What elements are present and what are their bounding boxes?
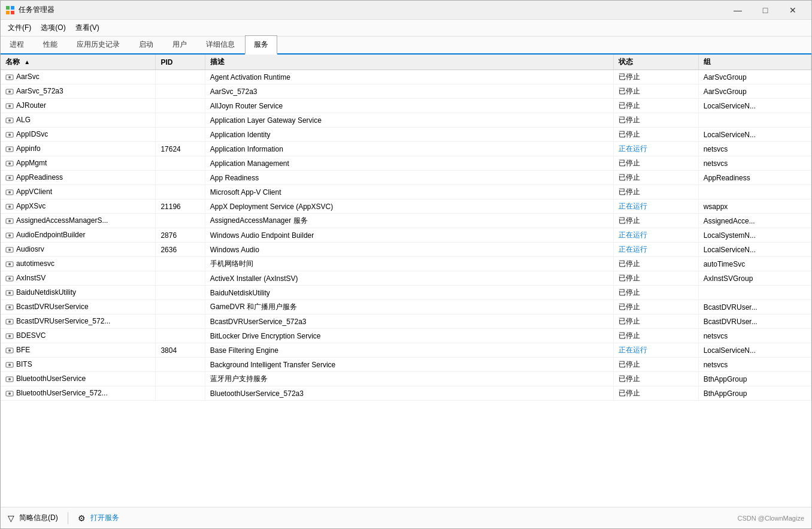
tab-users[interactable]: 用户 <box>163 35 196 53</box>
collapse-info[interactable]: ▽ 简略信息(D) <box>8 513 58 523</box>
open-service[interactable]: ⚙ 打开服务 <box>78 513 119 523</box>
cell-pid <box>156 300 205 315</box>
table-row[interactable]: ALG Application Layer Gateway Service 已停… <box>1 113 811 128</box>
cell-pid <box>156 214 205 228</box>
cell-pid <box>156 286 205 300</box>
cell-desc: BluetoothUserService_572a3 <box>205 386 614 401</box>
cell-desc: AssignedAccessManager 服务 <box>205 214 614 228</box>
cell-pid: 21196 <box>156 199 205 214</box>
cell-name: AxInstSV <box>1 271 156 286</box>
cell-group <box>698 113 811 128</box>
cell-group: autoTimeSvc <box>698 257 811 271</box>
service-icon <box>5 131 14 139</box>
close-button[interactable]: ✕ <box>779 1 807 20</box>
col-header-pid[interactable]: PID <box>156 55 205 70</box>
cell-name: AppVClient <box>1 185 156 199</box>
menu-options[interactable]: 选项(O) <box>36 20 70 35</box>
cell-pid <box>156 84 205 99</box>
table-row[interactable]: BITS Background Intelligent Transfer Ser… <box>1 358 811 372</box>
col-header-desc[interactable]: 描述 <box>205 55 614 70</box>
cell-name: BDESVC <box>1 329 156 343</box>
cell-name: AarSvc_572a3 <box>1 84 156 99</box>
cell-name: AarSvc <box>1 70 156 84</box>
service-icon <box>5 260 14 268</box>
svg-rect-1 <box>11 6 14 10</box>
cell-group: LocalServiceN... <box>698 99 811 113</box>
table-row[interactable]: Audiosrv 2636 Windows Audio 正在运行 LocalSe… <box>1 243 811 257</box>
table-row[interactable]: AppIDSvc Application Identity 已停止 LocalS… <box>1 128 811 142</box>
cell-status: 已停止 <box>614 271 698 286</box>
table-row[interactable]: AppVClient Microsoft App-V Client 已停止 <box>1 185 811 199</box>
maximize-button[interactable]: □ <box>752 1 779 20</box>
tab-details[interactable]: 详细信息 <box>197 35 244 53</box>
service-icon <box>5 246 14 254</box>
col-header-status[interactable]: 状态 <box>614 55 698 70</box>
table-row[interactable]: BluetoothUserService_572... BluetoothUse… <box>1 386 811 401</box>
menu-view[interactable]: 查看(V) <box>71 20 104 35</box>
table-row[interactable]: BDESVC BitLocker Drive Encryption Servic… <box>1 329 811 343</box>
table-row[interactable]: AarSvc_572a3 AarSvc_572a3 已停止 AarSvcGrou… <box>1 84 811 99</box>
service-icon <box>5 289 14 297</box>
menu-file[interactable]: 文件(F) <box>3 20 36 35</box>
table-row[interactable]: AssignedAccessManagerS... AssignedAccess… <box>1 214 811 228</box>
table-row[interactable]: BcastDVRUserService GameDVR 和广播用户服务 已停止 … <box>1 300 811 315</box>
cell-status: 已停止 <box>614 99 698 113</box>
col-header-group[interactable]: 组 <box>698 55 811 70</box>
cell-pid <box>156 372 205 386</box>
cell-desc: AppX Deployment Service (AppXSVC) <box>205 199 614 214</box>
table-row[interactable]: AarSvc Agent Activation Runtime 已停止 AarS… <box>1 70 811 84</box>
tab-app-history[interactable]: 应用历史记录 <box>68 35 129 53</box>
cell-group: AxInstSVGroup <box>698 271 811 286</box>
cell-group: netsvcs <box>698 156 811 171</box>
service-icon <box>5 361 14 369</box>
table-row[interactable]: BaiduNetdiskUtility BaiduNetdiskUtility … <box>1 286 811 300</box>
table-row[interactable]: AxInstSV ActiveX Installer (AxInstSV) 已停… <box>1 271 811 286</box>
open-service-label[interactable]: 打开服务 <box>90 513 119 523</box>
cell-group <box>698 185 811 199</box>
cell-pid <box>156 358 205 372</box>
table-row[interactable]: BcastDVRUserService_572... BcastDVRUserS… <box>1 315 811 329</box>
cell-name: Audiosrv <box>1 243 156 257</box>
cell-status: 已停止 <box>614 315 698 329</box>
cell-status: 正在运行 <box>614 228 698 243</box>
tab-services[interactable]: 服务 <box>245 35 277 55</box>
service-icon <box>5 159 14 168</box>
tab-startup[interactable]: 启动 <box>130 35 162 53</box>
svg-point-11 <box>8 119 11 122</box>
table-row[interactable]: BFE 3804 Base Filtering Engine 正在运行 Loca… <box>1 343 811 358</box>
window-controls: — □ ✕ <box>724 1 807 20</box>
svg-point-7 <box>8 90 11 93</box>
cell-group <box>698 286 811 300</box>
collapse-label[interactable]: 简略信息(D) <box>19 513 58 523</box>
service-icon <box>5 332 14 340</box>
cell-pid: 3804 <box>156 343 205 358</box>
services-table-container[interactable]: 名称 ▲ PID 描述 状态 组 AarSvc <box>1 55 811 507</box>
footer: ▽ 简略信息(D) ⚙ 打开服务 CSDN @ClownMagize <box>1 507 811 528</box>
table-row[interactable]: AppReadiness App Readiness 已停止 AppReadin… <box>1 171 811 185</box>
table-row[interactable]: autotimesvc 手机网络时间 已停止 autoTimeSvc <box>1 257 811 271</box>
cell-status: 已停止 <box>614 70 698 84</box>
cell-group: AppReadiness <box>698 171 811 185</box>
svg-point-17 <box>8 162 11 165</box>
service-icon <box>5 145 14 153</box>
table-row[interactable]: BluetoothUserService 蓝牙用户支持服务 已停止 BthApp… <box>1 372 811 386</box>
svg-point-25 <box>8 220 11 222</box>
cell-group: LocalServiceN... <box>698 128 811 142</box>
minimize-button[interactable]: — <box>724 1 752 20</box>
table-row[interactable]: AppXSvc 21196 AppX Deployment Service (A… <box>1 199 811 214</box>
cell-desc: Windows Audio <box>205 243 614 257</box>
svg-point-43 <box>8 349 11 352</box>
cell-desc: App Readiness <box>205 171 614 185</box>
table-row[interactable]: AudioEndpointBuilder 2876 Windows Audio … <box>1 228 811 243</box>
tab-performance[interactable]: 性能 <box>34 35 66 53</box>
task-manager-window: 任务管理器 — □ ✕ 文件(F) 选项(O) 查看(V) 进程 性能 应用历史… <box>0 0 812 529</box>
tab-process[interactable]: 进程 <box>1 35 33 53</box>
cell-desc: Application Identity <box>205 128 614 142</box>
table-row[interactable]: Appinfo 17624 Application Information 正在… <box>1 142 811 156</box>
table-row[interactable]: AJRouter AllJoyn Router Service 已停止 Loca… <box>1 99 811 113</box>
col-header-name[interactable]: 名称 ▲ <box>1 55 156 70</box>
menu-bar: 文件(F) 选项(O) 查看(V) <box>1 20 811 37</box>
cell-name: autotimesvc <box>1 257 156 271</box>
cell-pid <box>156 156 205 171</box>
table-row[interactable]: AppMgmt Application Management 已停止 netsv… <box>1 156 811 171</box>
